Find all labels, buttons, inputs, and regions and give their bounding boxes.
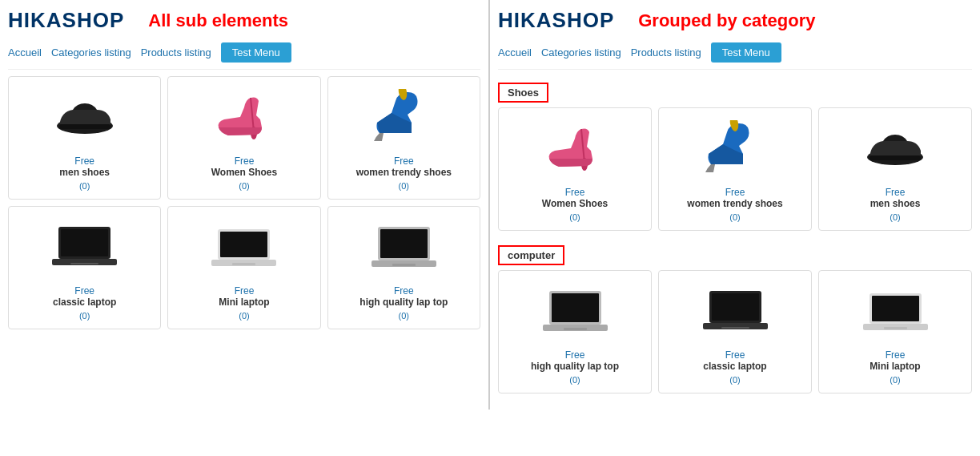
computer-category-label: computer bbox=[498, 245, 564, 265]
svg-rect-6 bbox=[61, 229, 108, 256]
right-mens-shoe-count: (0) bbox=[890, 212, 900, 222]
computer-product-grid: Free high quality lap top (0) Free bbox=[498, 270, 972, 393]
mini-laptop-price: Free bbox=[235, 285, 255, 297]
right-heels-count: (0) bbox=[729, 212, 740, 222]
right-classic-laptop-count: (0) bbox=[729, 375, 740, 385]
right-womens-shoe-card[interactable]: Free Women Shoes (0) bbox=[498, 107, 652, 231]
right-logo: HIKASHOP bbox=[498, 8, 614, 33]
svg-rect-33 bbox=[884, 327, 907, 329]
hq-laptop-image bbox=[336, 215, 472, 279]
svg-rect-21 bbox=[870, 155, 921, 160]
right-classic-laptop-price: Free bbox=[725, 349, 745, 361]
right-mini-laptop-price: Free bbox=[886, 349, 906, 361]
right-womens-shoe-name: Women Shoes bbox=[542, 198, 608, 209]
right-subtitle: Grouped by category bbox=[638, 10, 815, 31]
right-mens-shoe-price: Free bbox=[886, 187, 906, 198]
left-panel: HIKASHOP All sub elements Accueil Catego… bbox=[0, 0, 490, 410]
right-nav: Accueil Categories listing Products list… bbox=[498, 39, 972, 70]
left-nav-categories[interactable]: Categories listing bbox=[51, 46, 131, 59]
mini-laptop-image bbox=[176, 215, 311, 279]
right-classic-laptop-card[interactable]: Free classic laptop (0) bbox=[658, 270, 812, 393]
product-card-womens-shoe[interactable]: Free Women Shoes (0) bbox=[167, 76, 320, 200]
left-logo: HIKASHOP bbox=[8, 8, 124, 33]
right-heels-card[interactable]: Free women trendy shoes (0) bbox=[658, 107, 812, 231]
svg-rect-8 bbox=[70, 263, 98, 264]
svg-rect-23 bbox=[552, 293, 599, 322]
heels-name: women trendy shoes bbox=[356, 167, 452, 178]
heels-price: Free bbox=[394, 155, 414, 167]
womens-shoe-count: (0) bbox=[239, 181, 249, 191]
right-mini-laptop-name: Mini laptop bbox=[870, 361, 920, 372]
right-hq-laptop-count: (0) bbox=[569, 375, 580, 385]
left-subtitle: All sub elements bbox=[148, 10, 288, 31]
right-nav-accueil[interactable]: Accueil bbox=[498, 46, 532, 59]
right-mens-shoe-name: men shoes bbox=[870, 198, 921, 209]
classic-laptop-name: classic laptop bbox=[53, 297, 116, 308]
right-heels-price: Free bbox=[725, 187, 745, 198]
svg-rect-25 bbox=[564, 328, 587, 330]
computer-category-section: computer Free high quality lap top (0) bbox=[498, 239, 972, 393]
classic-laptop-image bbox=[17, 215, 152, 279]
right-hq-laptop-card[interactable]: Free high quality lap top (0) bbox=[498, 270, 652, 393]
right-heels-image bbox=[667, 116, 803, 180]
product-card-classic-laptop[interactable]: Free classic laptop (0) bbox=[8, 206, 161, 329]
product-card-heels[interactable]: Free women trendy shoes (0) bbox=[327, 76, 480, 200]
mens-shoe-name: men shoes bbox=[59, 167, 110, 178]
svg-rect-1 bbox=[59, 124, 110, 129]
left-header: HIKASHOP All sub elements bbox=[8, 0, 480, 39]
right-hq-laptop-name: high quality lap top bbox=[531, 361, 619, 372]
right-mini-laptop-count: (0) bbox=[890, 375, 900, 385]
hq-laptop-count: (0) bbox=[399, 311, 409, 321]
svg-rect-27 bbox=[712, 293, 759, 321]
right-header: HIKASHOP Grouped by category bbox=[498, 0, 972, 39]
right-mens-shoe-card[interactable]: Free men shoes (0) bbox=[818, 107, 972, 231]
mens-shoe-image bbox=[17, 85, 152, 149]
svg-rect-31 bbox=[872, 296, 919, 321]
mens-shoe-count: (0) bbox=[79, 181, 90, 191]
right-womens-shoe-count: (0) bbox=[569, 212, 580, 222]
right-mini-laptop-image bbox=[827, 279, 963, 343]
right-panel: HIKASHOP Grouped by category Accueil Cat… bbox=[490, 0, 980, 410]
mens-shoe-price: Free bbox=[74, 155, 94, 167]
svg-rect-16 bbox=[392, 264, 416, 266]
right-nav-categories[interactable]: Categories listing bbox=[541, 46, 621, 59]
svg-rect-14 bbox=[380, 229, 428, 258]
svg-rect-10 bbox=[220, 232, 267, 257]
right-classic-laptop-name: classic laptop bbox=[703, 361, 766, 372]
womens-shoe-name: Women Shoes bbox=[211, 167, 277, 178]
right-mini-laptop-card[interactable]: Free Mini laptop (0) bbox=[818, 270, 972, 393]
shoes-product-grid: Free Women Shoes (0) Free women tr bbox=[498, 107, 972, 231]
svg-rect-29 bbox=[721, 327, 749, 329]
left-test-menu-button[interactable]: Test Menu bbox=[221, 42, 291, 63]
womens-shoe-price: Free bbox=[235, 155, 255, 167]
right-womens-shoe-image bbox=[507, 116, 643, 180]
hq-laptop-name: high quality lap top bbox=[359, 297, 448, 308]
right-heels-name: women trendy shoes bbox=[687, 198, 782, 209]
shoes-category-label: Shoes bbox=[498, 83, 548, 103]
right-hq-laptop-price: Free bbox=[565, 349, 585, 361]
product-card-mens-shoe[interactable]: Free men shoes (0) bbox=[8, 76, 161, 200]
right-classic-laptop-image bbox=[667, 279, 803, 343]
classic-laptop-count: (0) bbox=[79, 311, 90, 321]
right-test-menu-button[interactable]: Test Menu bbox=[711, 42, 781, 63]
mini-laptop-count: (0) bbox=[239, 311, 249, 321]
left-nav-products[interactable]: Products listing bbox=[141, 46, 211, 59]
product-card-mini-laptop[interactable]: Free Mini laptop (0) bbox=[167, 206, 320, 329]
shoes-category-section: Shoes Free Women Shoes (0) bbox=[498, 76, 972, 231]
heels-count: (0) bbox=[399, 181, 409, 191]
mini-laptop-name: Mini laptop bbox=[219, 297, 269, 308]
right-womens-shoe-price: Free bbox=[565, 187, 585, 198]
right-mens-shoe-image bbox=[827, 116, 963, 180]
hq-laptop-price: Free bbox=[394, 285, 414, 297]
product-card-hq-laptop[interactable]: Free high quality lap top (0) bbox=[327, 206, 480, 329]
left-nav-accueil[interactable]: Accueil bbox=[8, 46, 42, 59]
womens-shoe-image bbox=[176, 85, 311, 149]
heels-image bbox=[336, 85, 472, 149]
right-hq-laptop-image bbox=[507, 279, 643, 343]
right-nav-products[interactable]: Products listing bbox=[631, 46, 701, 59]
classic-laptop-price: Free bbox=[74, 285, 94, 297]
svg-rect-12 bbox=[232, 263, 255, 265]
left-nav: Accueil Categories listing Products list… bbox=[8, 39, 480, 70]
left-product-grid: Free men shoes (0) Free Women Shoes (0) bbox=[8, 76, 480, 329]
